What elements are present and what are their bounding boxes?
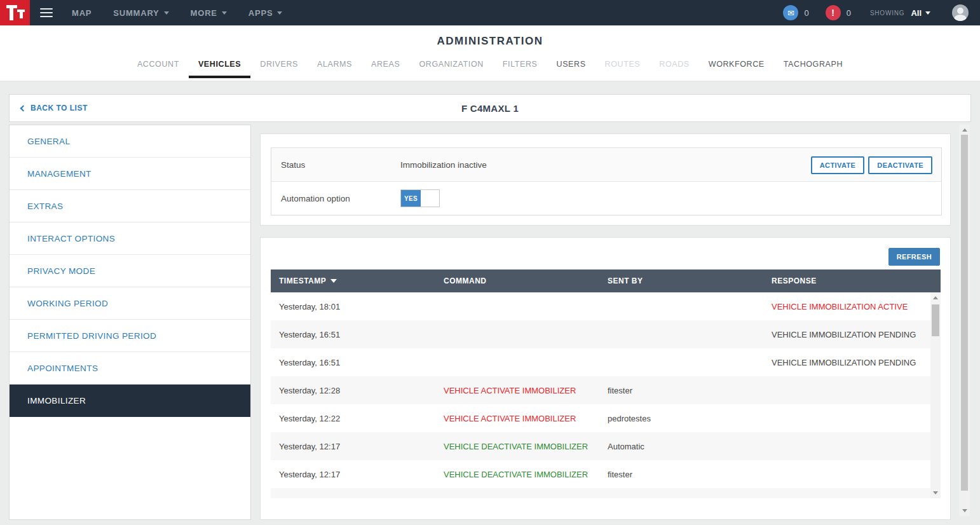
cell-timestamp: Yesterday, 12:28 — [271, 386, 435, 395]
nav-item-label: MORE — [191, 8, 217, 18]
immobilizer-history-card: REFRESH TIMESTAMP COMMAND SENT BY RESPON… — [260, 237, 951, 520]
sidebar-item-permitted-driving-period[interactable]: PERMITTED DRIVING PERIOD — [10, 320, 250, 352]
cell-response: VEHICLE IMMOBILIZATION PENDING — [763, 358, 930, 367]
chevron-left-icon — [20, 106, 27, 112]
sidebar-item-interact-options[interactable]: INTERACT OPTIONS — [10, 222, 250, 255]
activate-button[interactable]: ACTIVATE — [811, 156, 865, 174]
automation-label: Automation option — [281, 194, 350, 203]
cell-command: VEHICLE ACTIVATE IMMOBILIZER — [435, 386, 599, 395]
top-navbar: MAPSUMMARYMOREAPPS ✉ 0 ! 0 SHOWING All — [0, 0, 980, 25]
brand-logo[interactable] — [0, 0, 30, 25]
cell-sent-by: Automatic — [599, 442, 763, 451]
cell-response: VEHICLE IMMOBILIZATION ACTIVE — [763, 302, 930, 311]
tab-organization[interactable]: ORGANIZATION — [409, 56, 493, 78]
page-scrollbar-thumb[interactable] — [961, 135, 968, 491]
table-scrollbar-thumb[interactable] — [932, 304, 939, 336]
refresh-button[interactable]: REFRESH — [888, 248, 940, 266]
table-body: Yesterday, 18:01VEHICLE IMMOBILIZATION A… — [271, 292, 930, 498]
chevron-down-icon — [925, 11, 930, 15]
column-header-response[interactable]: RESPONSE — [763, 269, 941, 292]
table-row[interactable]: Yesterday, 12:28VEHICLE ACTIVATE IMMOBIL… — [271, 376, 930, 404]
table-scrollbar[interactable] — [930, 292, 941, 498]
cell-command: VEHICLE DEACTIVATE IMMOBILIZER — [435, 498, 599, 499]
scroll-up-icon[interactable] — [933, 296, 938, 299]
tab-users[interactable]: USERS — [547, 56, 595, 78]
page-scrollbar[interactable] — [959, 125, 970, 516]
alerts-count: 0 — [847, 8, 851, 18]
page-header: ADMINISTRATION ACCOUNTVEHICLESDRIVERSALA… — [0, 25, 980, 81]
messages-count: 0 — [804, 8, 808, 18]
automation-toggle[interactable]: YES — [400, 189, 440, 207]
nav-item-summary[interactable]: SUMMARY — [113, 8, 168, 18]
cell-response: VEHICLE IMMOBILIZATION PENDING — [763, 330, 930, 339]
chevron-down-icon — [164, 11, 169, 15]
cell-command: VEHICLE ACTIVATE IMMOBILIZER — [435, 414, 599, 423]
cell-timestamp: Yesterday, 18:01 — [271, 302, 435, 311]
deactivate-button[interactable]: DEACTIVATE — [868, 156, 932, 174]
cell-timestamp: Yesterday, 12:16 — [271, 498, 435, 499]
table-row[interactable]: Yesterday, 12:16VEHICLE DEACTIVATE IMMOB… — [271, 488, 930, 498]
chevron-down-icon — [222, 11, 227, 15]
tab-vehicles[interactable]: VEHICLES — [189, 56, 250, 78]
tab-roads: ROADS — [650, 56, 698, 78]
cell-sent-by: pedrotestes — [599, 414, 763, 423]
table-row[interactable]: Yesterday, 12:17VEHICLE DEACTIVATE IMMOB… — [271, 432, 930, 460]
back-to-list-label: BACK TO LIST — [31, 104, 88, 112]
command-history-table: TIMESTAMP COMMAND SENT BY RESPONSE Yeste… — [271, 269, 941, 498]
table-row[interactable]: Yesterday, 18:01VEHICLE IMMOBILIZATION A… — [271, 292, 930, 320]
tab-areas[interactable]: AREAS — [362, 56, 409, 78]
cell-timestamp: Yesterday, 12:22 — [271, 414, 435, 423]
back-to-list-link[interactable]: BACK TO LIST — [21, 95, 88, 121]
column-header-timestamp-label: TIMESTAMP — [279, 276, 326, 285]
tab-drivers[interactable]: DRIVERS — [250, 56, 308, 78]
sidebar-item-general[interactable]: GENERAL — [10, 125, 250, 158]
table-row[interactable]: Yesterday, 12:22VEHICLE ACTIVATE IMMOBIL… — [271, 404, 930, 432]
nav-item-map[interactable]: MAP — [72, 8, 92, 18]
avatar-body-icon — [954, 15, 967, 21]
tab-tachograph[interactable]: TACHOGRAPH — [774, 56, 852, 78]
vehicle-title: F C4MAXL 1 — [461, 103, 519, 114]
admin-tabs: ACCOUNTVEHICLESDRIVERSALARMSAREASORGANIZ… — [0, 56, 980, 78]
column-header-sentby[interactable]: SENT BY — [599, 269, 763, 292]
user-avatar[interactable] — [952, 4, 969, 21]
column-header-timestamp[interactable]: TIMESTAMP — [271, 269, 435, 292]
brand-logo-icon — [4, 3, 26, 22]
tab-alarms[interactable]: ALARMS — [308, 56, 362, 78]
main-nav: MAPSUMMARYMOREAPPS — [72, 8, 282, 18]
sidebar-item-management[interactable]: MANAGEMENT — [10, 158, 250, 190]
table-row[interactable]: Yesterday, 16:51VEHICLE IMMOBILIZATION P… — [271, 320, 930, 348]
cell-sent-by: Automatic — [599, 498, 763, 499]
showing-filter-dropdown[interactable]: All — [911, 8, 930, 18]
table-row[interactable]: Yesterday, 12:17VEHICLE DEACTIVATE IMMOB… — [271, 460, 930, 488]
messages-icon[interactable]: ✉ — [783, 5, 798, 20]
automation-toggle-value: YES — [401, 190, 421, 207]
tab-account[interactable]: ACCOUNT — [128, 56, 189, 78]
sort-desc-icon — [330, 279, 337, 283]
chevron-down-icon — [277, 11, 282, 15]
sidebar-item-immobilizer[interactable]: IMMOBILIZER — [10, 385, 250, 417]
navbar-right: ✉ 0 ! 0 SHOWING All — [783, 4, 980, 21]
nav-item-apps[interactable]: APPS — [248, 8, 283, 18]
scroll-down-icon[interactable] — [933, 491, 938, 494]
tab-filters[interactable]: FILTERS — [493, 56, 547, 78]
sidebar-item-appointments[interactable]: APPOINTMENTS — [10, 352, 250, 385]
nav-item-label: SUMMARY — [113, 8, 159, 18]
status-value: Immobilization inactive — [400, 160, 487, 170]
table-header: TIMESTAMP COMMAND SENT BY RESPONSE — [271, 269, 941, 292]
page-scroll-up-icon[interactable] — [962, 128, 967, 132]
sidebar-item-working-period[interactable]: WORKING PERIOD — [10, 287, 250, 320]
cell-timestamp: Yesterday, 16:51 — [271, 358, 435, 367]
nav-item-more[interactable]: MORE — [191, 8, 227, 18]
column-header-command[interactable]: COMMAND — [435, 269, 599, 292]
sidebar-item-extras[interactable]: EXTRAS — [10, 190, 250, 222]
menu-icon[interactable] — [40, 8, 53, 17]
status-box: Status Immobilization inactive ACTIVATE … — [271, 147, 942, 215]
page-scroll-down-icon[interactable] — [962, 509, 967, 512]
status-label: Status — [281, 160, 305, 170]
tab-routes: ROUTES — [595, 56, 650, 78]
alerts-icon[interactable]: ! — [826, 5, 841, 20]
table-row[interactable]: Yesterday, 16:51VEHICLE IMMOBILIZATION P… — [271, 348, 930, 376]
nav-item-label: MAP — [72, 8, 92, 18]
sidebar-item-privacy-mode[interactable]: PRIVACY MODE — [10, 255, 250, 287]
tab-workforce[interactable]: WORKFORCE — [699, 56, 774, 78]
